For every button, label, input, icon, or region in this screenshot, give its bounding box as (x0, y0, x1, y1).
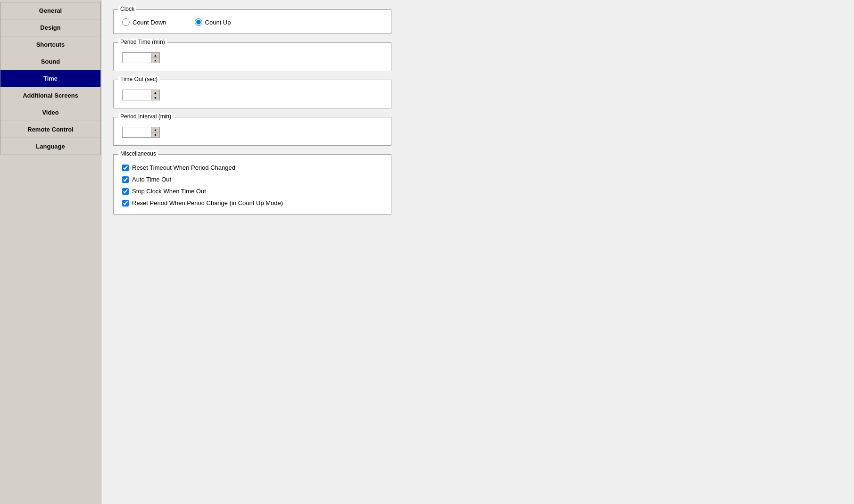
period-interval-legend: Period Interval (min) (118, 113, 173, 120)
period-interval-group: Period Interval (min) 10 ▲ ▼ (113, 117, 391, 146)
sidebar-item-sound[interactable]: Sound (0, 53, 101, 70)
misc-checkbox-2[interactable] (122, 188, 129, 195)
sidebar-item-shortcuts[interactable]: Shortcuts (0, 36, 101, 53)
misc-label-3: Reset Period When Period Change (in Coun… (132, 199, 283, 207)
period-interval-spinner-container: 10 ▲ ▼ (122, 122, 382, 138)
period-time-input[interactable]: 20 (123, 53, 151, 63)
period-time-up-button[interactable]: ▲ (151, 53, 159, 58)
misc-options: Reset Timeout When Period Changed Auto T… (122, 159, 382, 207)
count-up-label: Count Up (205, 19, 231, 26)
sidebar-item-language[interactable]: Language (0, 138, 101, 155)
time-out-legend: Time Out (sec) (118, 76, 159, 83)
count-up-option[interactable]: Count Up (195, 18, 231, 26)
period-time-spinner: 20 ▲ ▼ (122, 52, 160, 63)
misc-label-0: Reset Timeout When Period Changed (132, 164, 235, 171)
misc-option-2[interactable]: Stop Clock When Time Out (122, 188, 382, 195)
sidebar-item-time[interactable]: Time (0, 70, 101, 87)
sidebar: General Design Shortcuts Sound Time Addi… (0, 0, 101, 504)
sidebar-item-design[interactable]: Design (0, 19, 101, 36)
miscellaneous-group: Miscellaneous Reset Timeout When Period … (113, 154, 391, 215)
sidebar-item-additional-screens[interactable]: Additional Screens (0, 87, 101, 104)
period-interval-spinner: 10 ▲ ▼ (122, 127, 160, 138)
misc-checkbox-3[interactable] (122, 200, 129, 207)
misc-option-1[interactable]: Auto Time Out (122, 176, 382, 183)
miscellaneous-legend: Miscellaneous (118, 150, 158, 157)
clock-legend: Clock (118, 6, 136, 12)
time-out-buttons: ▲ ▼ (151, 90, 159, 100)
sidebar-item-general[interactable]: General (0, 2, 101, 19)
misc-label-2: Stop Clock When Time Out (132, 188, 206, 195)
period-time-buttons: ▲ ▼ (151, 53, 159, 63)
period-interval-down-button[interactable]: ▼ (151, 132, 159, 137)
period-time-legend: Period Time (min) (118, 39, 167, 45)
misc-checkbox-1[interactable] (122, 176, 129, 183)
time-out-input[interactable]: 60 (123, 90, 151, 100)
time-out-group: Time Out (sec) 60 ▲ ▼ (113, 80, 391, 108)
time-out-spinner-container: 60 ▲ ▼ (122, 85, 382, 100)
sidebar-item-video[interactable]: Video (0, 104, 101, 121)
count-down-option[interactable]: Count Down (122, 18, 166, 26)
sidebar-item-remote-control[interactable]: Remote Control (0, 121, 101, 138)
count-down-label: Count Down (133, 19, 166, 26)
period-time-group: Period Time (min) 20 ▲ ▼ (113, 42, 391, 71)
period-interval-buttons: ▲ ▼ (151, 127, 159, 137)
count-down-radio[interactable] (122, 18, 130, 26)
main-content: Clock Count Down Count Up Period Time (m… (101, 0, 854, 504)
misc-label-1: Auto Time Out (132, 176, 171, 183)
period-time-down-button[interactable]: ▼ (151, 58, 159, 63)
misc-checkbox-0[interactable] (122, 165, 129, 171)
period-time-spinner-container: 20 ▲ ▼ (122, 48, 382, 63)
period-interval-input[interactable]: 10 (123, 127, 151, 137)
time-out-spinner: 60 ▲ ▼ (122, 90, 160, 100)
time-out-up-button[interactable]: ▲ (151, 90, 159, 95)
clock-options: Count Down Count Up (122, 15, 382, 26)
count-up-radio[interactable] (195, 18, 202, 26)
clock-group: Clock Count Down Count Up (113, 9, 391, 34)
misc-option-3[interactable]: Reset Period When Period Change (in Coun… (122, 199, 382, 207)
time-out-down-button[interactable]: ▼ (151, 95, 159, 100)
misc-option-0[interactable]: Reset Timeout When Period Changed (122, 164, 382, 171)
period-interval-up-button[interactable]: ▲ (151, 127, 159, 132)
